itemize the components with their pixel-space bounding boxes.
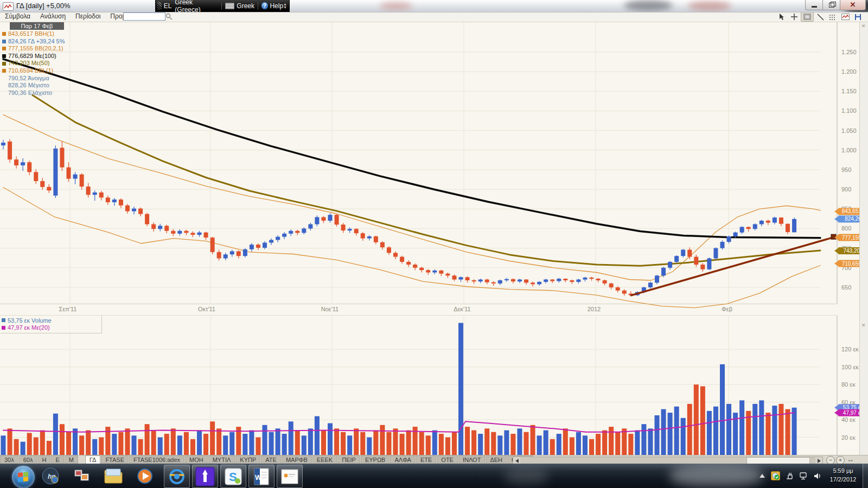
application-window: 1.2501.2001.1501.1001.0501.0009509008508… (0, 0, 868, 488)
legend-label: 828,26 Μέγιστο (8, 82, 49, 89)
legend-row: 790,52 Άνοιγμα (1, 75, 65, 82)
legend-row: 843,6517 BBH(1) (1, 30, 65, 38)
app-window[interactable] (277, 465, 303, 488)
volume-tick-label: 120 εκ (841, 346, 859, 352)
tab-symbol-ΟΤΕ[interactable]: ΟΤΕ (437, 455, 458, 464)
menu-item[interactable]: Ανάλυση (35, 12, 71, 20)
tab-symbol-ΕΕΕΚ[interactable]: ΕΕΕΚ (312, 455, 337, 464)
show-desktop-button[interactable] (863, 464, 868, 488)
keyboard-icon[interactable] (225, 3, 234, 9)
volume-tick-label: 20 εκ (841, 434, 856, 441)
minimize-button[interactable] (805, 0, 823, 10)
chart-icon (3, 2, 14, 11)
keyboard-layout[interactable]: Greek (237, 2, 254, 10)
tab-symbol-ΠΕΙΡ[interactable]: ΠΕΙΡ (337, 455, 360, 464)
start-button[interactable] (4, 465, 33, 487)
internet-explorer[interactable] (164, 465, 190, 488)
menubar: ΣύμβολαΑνάλυσηΠερίοδοιΠροβολή (0, 12, 868, 22)
legend-row: 47,97 εκ Με(20) (1, 324, 101, 332)
tab-symbol-ΔΕΗ[interactable]: ΔΕΗ (486, 455, 507, 464)
price-tick-label: 1.150 (841, 88, 857, 94)
language-code[interactable]: EL (164, 2, 172, 10)
divider (258, 2, 258, 10)
help-label[interactable]: Help (270, 2, 283, 10)
explorer[interactable] (101, 465, 126, 487)
language-bar[interactable]: EL Greek (Greece) Greek ? Help ▲▼ (155, 0, 290, 12)
tab-symbol-ΜΥΤΙΛ[interactable]: ΜΥΤΙΛ (208, 455, 235, 464)
menu-item[interactable]: Περίοδοι (71, 12, 105, 20)
restore-button[interactable] (822, 0, 840, 10)
price-chart[interactable]: 1.2501.2001.1501.1001.0501.0009509008508… (0, 0, 868, 464)
close-volume-panel-icon[interactable]: ✕ (861, 323, 866, 328)
langbar-options-arrows[interactable]: ▲▼ (283, 3, 287, 9)
menu-item[interactable]: Σύμβολα (0, 12, 35, 20)
language-name[interactable]: Greek (Greece) (175, 0, 218, 12)
legend-label: 53,75 εκ Volume (8, 317, 52, 324)
tab-symbol-ΜΑΡΦΒ[interactable]: ΜΑΡΦΒ (282, 455, 312, 464)
trendline-handle[interactable] (831, 234, 836, 239)
symbol-tabbar: 30λ60λΗΕΜΓΔFTASEFTASE1006:adexΜΟΗΜΥΤΙΛΚΥ… (0, 455, 868, 464)
power-tray-icon[interactable] (786, 472, 794, 480)
tab-symbol-ΕΤΕ[interactable]: ΕΤΕ (416, 455, 436, 464)
titlebar[interactable]: ΓΔ [daily] +5,00% EL Greek (Greece) Gree… (0, 0, 868, 12)
volume-legend: 53,75 εκ Volume47,97 εκ Με(20) (1, 316, 102, 333)
tab-period-30λ[interactable]: 30λ (0, 455, 18, 464)
taskbar-clock[interactable]: 5:59 μμ 17/2/2012 (825, 466, 861, 484)
crosshair-tool-icon[interactable] (788, 12, 800, 21)
legend-swatch (2, 318, 5, 322)
photo-viewer[interactable] (69, 465, 94, 487)
symbol-search-input[interactable] (123, 12, 165, 21)
hidden-icons-tray-icon[interactable] (759, 473, 765, 479)
glass-smudge (505, 468, 548, 484)
fit-width-icon[interactable]: ↔ (847, 455, 854, 464)
close-button[interactable]: ✕ (840, 0, 866, 10)
cursor-tool-icon[interactable] (776, 12, 788, 21)
tab-symbol-ΜΟΗ[interactable]: ΜΟΗ (185, 455, 208, 464)
tab-symbol-FTASE[interactable]: FTASE (101, 455, 129, 464)
save-tool-icon[interactable] (852, 12, 864, 21)
hp-app[interactable]: hp (38, 465, 63, 487)
legend-row: 53,75 εκ Volume (1, 317, 101, 324)
network-tray-icon[interactable] (799, 472, 808, 480)
word[interactable]: W (248, 465, 275, 488)
legend-swatch (2, 326, 5, 330)
tab-period-Η[interactable]: Η (38, 455, 51, 464)
tab-symbol-ΑΤΕ[interactable]: ΑΤΕ (261, 455, 281, 464)
box-tool-icon[interactable] (801, 12, 814, 22)
price-tick-label: 1.200 (841, 68, 857, 75)
legend-label: 777,1555 BB(20,2,1) (8, 45, 63, 53)
tab-period-Μ[interactable]: Μ (65, 455, 78, 464)
langbar-grip-handle[interactable] (157, 2, 162, 10)
grid-tool-icon[interactable] (827, 12, 839, 21)
antivirus-tray-icon[interactable] (771, 471, 780, 480)
price-tick-label: 1.000 (841, 147, 857, 153)
tab-symbol-ΚΥΠΡ[interactable]: ΚΥΠΡ (235, 455, 260, 464)
close-price-panel-icon[interactable]: ✕ (861, 23, 866, 29)
legend-row: 828,26 Μέγιστο (1, 82, 65, 89)
legend-swatch (2, 69, 6, 73)
volume-tray-icon[interactable] (813, 472, 822, 480)
tab-symbol-ΑΛΦΑ[interactable]: ΑΛΦΑ (390, 455, 415, 464)
price-tick-label: 900 (841, 186, 851, 192)
line-tool-icon[interactable] (814, 12, 826, 21)
chart-app[interactable] (192, 465, 218, 488)
help-icon[interactable]: ? (261, 2, 268, 9)
x-axis-label: Σεπ'11 (59, 306, 77, 312)
tab-period-60λ[interactable]: 60λ (19, 455, 37, 464)
skype[interactable]: S (220, 465, 246, 488)
glass-smudge (670, 465, 762, 486)
tab-symbol-ΓΔ[interactable]: ΓΔ (85, 455, 100, 464)
tab-period-Ε[interactable]: Ε (51, 455, 63, 464)
date-header: Παρ 17 Φεβ (10, 22, 64, 30)
tab-symbol-ΕΥΡΩΒ[interactable]: ΕΥΡΩΒ (361, 455, 390, 464)
right-scroll-strip[interactable]: ✕ ✕ (859, 22, 868, 464)
tab-symbol-FTASE1006:adex[interactable]: FTASE1006:adex (129, 455, 184, 464)
tab-symbol-ΙΝΛΟΤ[interactable]: ΙΝΛΟΤ (458, 455, 485, 464)
window-title: ΓΔ [daily] +5,00% (16, 2, 71, 10)
chart-tool-icon[interactable] (839, 12, 851, 21)
price-legend: 843,6517 BBH(1)824,26 ΓΔ +39,24 5%777,15… (1, 30, 65, 97)
media-player[interactable] (132, 465, 157, 487)
price-tick-label: 1.050 (841, 127, 857, 134)
search-icon[interactable] (165, 13, 173, 22)
windows-taskbar: hpSW 5:59 μμ 17/2/2012 (0, 464, 868, 488)
